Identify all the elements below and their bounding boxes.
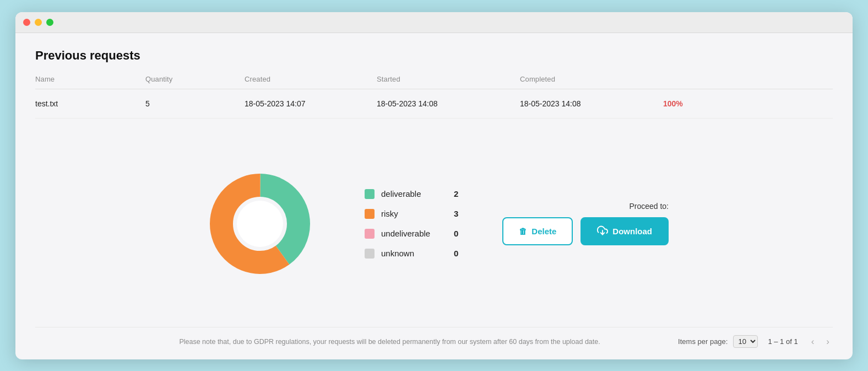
minimize-button[interactable] <box>35 19 42 26</box>
legend-count-undeliverable: 0 <box>454 229 458 238</box>
legend-item-deliverable: deliverable 2 <box>365 189 458 199</box>
donut-center <box>237 201 283 247</box>
proceed-label: Proceed to: <box>502 202 669 211</box>
items-per-page-label: Items per page: <box>678 337 728 346</box>
col-name: Name <box>35 75 145 83</box>
legend-label-deliverable: deliverable <box>381 189 447 198</box>
legend-color-unknown <box>365 249 375 259</box>
col-completed: Completed <box>520 75 663 83</box>
legend-color-risky <box>365 209 375 219</box>
maximize-button[interactable] <box>46 19 53 26</box>
cell-name: test.txt <box>35 99 145 108</box>
col-percent <box>663 75 729 83</box>
col-started: Started <box>377 75 520 83</box>
legend: deliverable 2 risky 3 undeliverable 0 un… <box>365 189 458 259</box>
legend-label-unknown: unknown <box>381 249 447 258</box>
download-button[interactable]: Download <box>581 217 669 245</box>
col-quantity: Quantity <box>145 75 245 83</box>
pagination: Items per page: 10 25 50 1 – 1 of 1 ‹ › <box>678 335 833 348</box>
page-title: Previous requests <box>35 49 833 63</box>
footer-note: Please note that, due to GDPR regulation… <box>101 338 678 346</box>
trash-icon: 🗑 <box>519 227 527 236</box>
main-content: Previous requests Name Quantity Created … <box>15 33 853 359</box>
app-window: Previous requests Name Quantity Created … <box>15 12 853 359</box>
items-per-page-select[interactable]: 10 25 50 <box>733 335 758 348</box>
actions-area: Proceed to: 🗑 Delete <box>502 202 669 245</box>
legend-label-risky: risky <box>381 209 447 218</box>
download-label: Download <box>612 227 652 236</box>
cell-percent: 100% <box>663 99 729 108</box>
table-header: Name Quantity Created Started Completed <box>35 75 833 89</box>
donut-svg <box>199 163 321 284</box>
delete-label: Delete <box>531 227 556 236</box>
table-row: test.txt 5 18-05-2023 14:07 18-05-2023 1… <box>35 89 833 119</box>
legend-color-undeliverable <box>365 229 375 239</box>
legend-label-undeliverable: undeliverable <box>381 229 447 238</box>
legend-count-deliverable: 2 <box>454 189 458 198</box>
delete-button[interactable]: 🗑 Delete <box>502 217 573 245</box>
titlebar <box>15 12 853 33</box>
legend-item-risky: risky 3 <box>365 209 458 219</box>
detail-section: deliverable 2 risky 3 undeliverable 0 un… <box>35 128 833 319</box>
cell-created: 18-05-2023 14:07 <box>245 99 377 108</box>
close-button[interactable] <box>23 19 30 26</box>
cell-completed: 18-05-2023 14:08 <box>520 99 663 108</box>
download-icon <box>597 225 608 238</box>
cell-started: 18-05-2023 14:08 <box>377 99 520 108</box>
legend-count-risky: 3 <box>454 209 458 218</box>
footer-bar: Please note that, due to GDPR regulation… <box>35 327 833 351</box>
cell-quantity: 5 <box>145 99 245 108</box>
page-info: 1 – 1 of 1 <box>768 337 798 346</box>
prev-page-button[interactable]: ‹ <box>808 335 818 348</box>
donut-chart <box>199 163 321 284</box>
action-buttons: 🗑 Delete Download <box>502 217 669 245</box>
legend-item-unknown: unknown 0 <box>365 249 458 259</box>
next-page-button[interactable]: › <box>823 335 833 348</box>
col-created: Created <box>245 75 377 83</box>
legend-count-unknown: 0 <box>454 249 458 258</box>
legend-item-undeliverable: undeliverable 0 <box>365 229 458 239</box>
legend-color-deliverable <box>365 189 375 199</box>
